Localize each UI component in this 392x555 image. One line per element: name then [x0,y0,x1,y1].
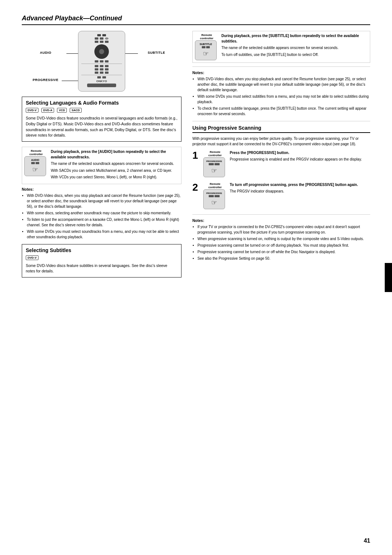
sacd-icon: SACD [70,108,82,113]
progressive-intro-text: With progressive scanning you can enjoy … [192,136,370,147]
divider-2 [192,121,370,121]
subtitle-instruction-bold: During playback, press the [SUBTITLE] bu… [221,33,368,44]
audio-detail-2: With SACDs you can select Multichannel a… [51,168,179,174]
left-column: AUDIO SUBTITLE PROGRESSIVE [22,31,181,283]
page-number: 41 [364,538,370,544]
step-2-content: Remote controller PROGRESSIVE ☞ [203,182,370,209]
subtitle-dvdv-icon: DVD-V [26,255,38,260]
step-2-remote-col: Remote controller PROGRESSIVE ☞ [203,182,227,209]
subtitle-disc-icons: DVD-V [26,255,177,260]
remote-diagram: AUDIO SUBTITLE PROGRESSIVE [22,31,181,92]
audio-instruction-bold: During playback, press the [AUDIO] butto… [51,149,179,160]
subtitle-remote-col: Remote controller SUBTITLE ☞ [195,33,219,60]
step-2-hand-icon: ☞ [211,199,217,207]
audio-remote-img: AUDIO ☞ [24,156,46,176]
audio-notes: Notes: With DVD-Video discs, when you st… [22,187,181,240]
using-progressive-section: Using Progressive Scanning With progress… [192,125,370,261]
audio-remote-col: Remote controller AUDIO ☞ [24,149,48,182]
audio-btn-label: AUDIO [31,159,40,161]
prog-note-1: If your TV or projector is connected to … [197,224,370,235]
step-1-remote-img: PROGRESSIVE ☞ [203,157,225,177]
right-side-tab [385,263,392,292]
step-1-instruction: Press the [PROGRESSIVE] button. [230,150,370,156]
selecting-subtitles-title: Selecting Subtitles [26,247,177,253]
vcd-icon: VCD [57,108,67,113]
step-1-hand-icon: ☞ [211,167,217,175]
step-1-text: Press the [PROGRESSIVE] button. Progress… [230,150,370,177]
step-1-remote-col: Remote controller PROGRESSIVE ☞ [203,150,227,177]
progressive-label: PROGRESSIVE [33,78,58,82]
step-2-instruction: To turn off progressive scanning, press … [230,182,370,188]
disc-icons: DVD-V DVD-A VCD SACD [26,108,177,113]
progressive-step-1: 1 Remote controller PROGRESSIVE ☞ [192,150,370,177]
dvda-icon: DVD-A [41,108,54,113]
subtitle-notes-title: Notes: [192,70,370,75]
progressive-notes-list: If your TV or projector is connected to … [192,224,370,261]
selecting-languages-title: Selecting Languages & Audio Formats [26,100,177,106]
selecting-languages-section: Selecting Languages & Audio Formats DVD-… [22,97,181,142]
subtitle-intro-text: Some DVD-Video discs feature subtitles i… [26,263,177,275]
subtitle-note-2: With some DVDs you must select subtitles… [197,94,370,105]
progressive-step-2: 2 Remote controller PROGRESSIVE ☞ [192,182,370,209]
step-1-rc-label: Remote controller [203,150,227,157]
subtitle-detail-1: The name of the selected subtitle appear… [221,45,368,51]
divider-1 [192,66,370,67]
dvdv-icon: DVD-V [26,108,38,113]
subtitle-note-1: With DVD-Video discs, when you stop play… [197,76,370,93]
audio-instructions: During playback, press the [AUDIO] butto… [51,149,179,182]
step-1-btn-label: PROGRESSIVE [206,160,222,162]
subtitle-instructions: During playback, press the [SUBTITLE] bu… [221,33,368,60]
audio-detail-3: With VCDs you can select Stereo, Mono L … [51,175,179,180]
prog-note-4: Progressive scanning cannot be turned on… [197,249,370,255]
audio-note-2: With some discs, selecting another sound… [27,210,181,216]
subtitle-btn-label: SUBTITLE [200,43,212,45]
audio-remote-block: Remote controller AUDIO ☞ During playbac… [22,147,181,184]
progressive-notes-title: Notes: [192,218,370,223]
audio-note-4: With some DVDs you must select soundtrac… [27,229,181,240]
subtitle-notes-list: With DVD-Video discs, when you stop play… [192,76,370,117]
audio-hand-icon: ☞ [32,166,38,174]
audio-note-1: With DVD-Video discs, when you stop play… [27,193,181,209]
page-header: Advanced Playback—Continued [22,15,370,25]
subtitle-hand-icon: ☞ [203,50,209,58]
subtitle-detail-2: To turn off subtitles, use the [SUBTITLE… [221,52,368,58]
step-2-detail: The PRGSV indicator disappears. [230,189,370,194]
subtitle-remote-img: SUBTITLE ☞ [195,40,217,60]
subtitle-remote-block: Remote controller SUBTITLE ☞ During play… [192,31,370,63]
step-2-rc-label: Remote controller [203,182,227,189]
audio-notes-title: Notes: [22,187,181,191]
right-column: Remote controller SUBTITLE ☞ During play… [192,31,370,283]
using-progressive-title: Using Progressive Scanning [192,125,370,133]
step-2-number: 2 [192,182,200,209]
remote-body: ONKYO [78,31,125,92]
step-1-detail: Progressive scanning is enabled and the … [230,157,370,162]
header-title: Advanced Playback—Continued [22,15,370,22]
step-1-number: 1 [192,150,200,177]
audio-notes-list: With DVD-Video discs, when you stop play… [22,193,181,240]
step-1-content: Remote controller PROGRESSIVE ☞ [203,150,370,177]
audio-detail-1: The name of the selected soundtrack appe… [51,161,179,167]
prog-note-3: Progressive scanning cannot be turned on… [197,243,370,248]
subtitle-note-3: To check the current subtitle language, … [197,106,370,117]
step-2-btn-label: PROGRESSIVE [206,192,222,194]
subtitle-label: SUBTITLE [148,51,165,54]
selecting-subtitles-section: Selecting Subtitles DVD-V Some DVD-Video… [22,244,181,278]
selecting-intro-text: Some DVD-Video discs feature soundtracks… [26,116,177,138]
divider-3 [192,214,370,215]
progressive-notes: Notes: If your TV or projector is connec… [192,218,370,261]
prog-note-5: See also the Progressive Setting on page… [197,256,370,261]
subtitle-notes: Notes: With DVD-Video discs, when you st… [192,70,370,117]
step-2-text: To turn off progressive scanning, press … [230,182,370,209]
prog-note-2: When progressive scanning is turned on, … [197,236,370,242]
remote-controller-label-audio: Remote controller [24,149,48,156]
audio-note-3: To listen to just the accompaniment on a… [27,217,181,228]
remote-controller-label-subtitle: Remote controller [195,33,219,40]
step-2-remote-img: PROGRESSIVE ☞ [203,189,225,209]
audio-label: AUDIO [40,51,52,54]
